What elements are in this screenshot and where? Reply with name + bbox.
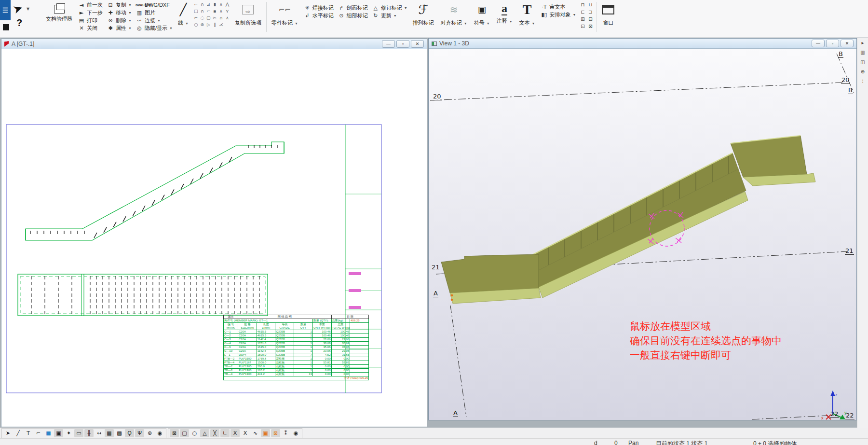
tool-icon[interactable]: ⊏: [579, 9, 586, 16]
toggle-button[interactable]: Ψ: [135, 429, 144, 437]
dropdown-caret-icon[interactable]: ▼: [128, 19, 132, 22]
drawing-canvas[interactable]: 版次图 纸 说 明日 期构件号 (MEMBER MARK): GT—1数量 (Q…: [1, 49, 427, 427]
select-cursor-caret-icon[interactable]: ▼: [27, 7, 29, 11]
help-icon[interactable]: ?: [16, 17, 22, 28]
annotation-button[interactable]: a 注释▼: [493, 0, 516, 27]
tool-icon[interactable]: ⋀: [224, 2, 231, 9]
tool-icon[interactable]: ✂: [212, 15, 218, 22]
symbol-button[interactable]: ▣ 符号▼: [471, 0, 493, 28]
line-tool-button[interactable]: ╱ 线▼: [175, 0, 192, 28]
close-button[interactable]: ✕: [411, 40, 424, 48]
tool-icon[interactable]: ⋎: [224, 9, 231, 15]
tool-icon[interactable]: ⋌: [218, 22, 224, 29]
window-button[interactable]: 窗口: [598, 0, 618, 28]
toggle-button[interactable]: ╳: [210, 429, 219, 437]
ribbon-item-DWG/DXF[interactable]: DWG DXFDWG/DXF: [136, 1, 173, 9]
toggle-button[interactable]: Ϙ: [125, 429, 134, 437]
side-tool-icon[interactable]: ◫: [860, 59, 865, 65]
right-side-toolbar[interactable]: ▸▥◫⊕⁝: [857, 38, 868, 428]
toggle-button[interactable]: ⁑: [281, 429, 290, 437]
ribbon-item-属性[interactable]: ✱属性▼: [107, 24, 132, 32]
dropdown-caret-icon[interactable]: ▼: [128, 3, 132, 7]
toggle-button[interactable]: ∿: [251, 429, 260, 437]
drawing-window-titlebar[interactable]: A [GT-.1] — ▫ ✕: [1, 39, 427, 49]
ribbon-item-前一次[interactable]: ◄前一次: [78, 1, 103, 9]
toggle-button[interactable]: ▣: [261, 429, 270, 437]
tool-icon[interactable]: ∩: [218, 15, 224, 22]
toggle-button[interactable]: ➤: [3, 429, 13, 437]
side-tool-icon[interactable]: ⊕: [861, 69, 865, 74]
toggle-button[interactable]: ⊠: [170, 429, 179, 437]
side-tool-icon[interactable]: ▥: [860, 50, 865, 55]
toggle-button[interactable]: ↔: [95, 429, 104, 437]
ribbon-item-删除[interactable]: ⊗删除▼: [107, 16, 132, 24]
toggle-button[interactable]: ▢: [180, 429, 189, 437]
toggle-button[interactable]: X: [241, 429, 250, 437]
tool-icon[interactable]: ▮: [212, 2, 218, 9]
document-manager-button[interactable]: 文档管理器: [42, 0, 76, 25]
tool-icon[interactable]: ◌: [199, 15, 205, 22]
side-tool-icon[interactable]: ▸: [861, 40, 864, 45]
tool-icon[interactable]: ∧: [218, 9, 224, 15]
tool-icon[interactable]: ⊠: [586, 24, 594, 31]
mark-layout-mini-icons[interactable]: ⊓⊔⊏⊐⊞⊟⊡⊠: [578, 0, 595, 33]
toggle-button[interactable]: ■: [44, 429, 53, 437]
ribbon-item-剖面标记[interactable]: ↱剖面标记: [338, 4, 368, 12]
toggle-button[interactable]: ▦: [105, 429, 114, 437]
toggle-button[interactable]: T: [24, 429, 33, 437]
dropdown-caret-icon[interactable]: ▼: [573, 13, 576, 16]
toggle-button[interactable]: ⊠: [271, 429, 280, 437]
dropdown-caret-icon[interactable]: ▼: [157, 19, 161, 22]
tool-icon[interactable]: ▢: [205, 15, 212, 22]
model-3d-canvas[interactable]: zyx B 20 B 20 21 21 A A 22 22 鼠标放在模型区域 确…: [429, 49, 856, 420]
dropdown-caret-icon[interactable]: ▼: [128, 27, 132, 30]
toggle-button[interactable]: ⊛: [145, 429, 154, 437]
text-button[interactable]: T 文本▼: [516, 0, 539, 28]
ribbon-item-焊接标记[interactable]: ✳焊接标记: [303, 4, 334, 12]
toggle-button[interactable]: ○: [190, 429, 199, 437]
model-window-titlebar[interactable]: View 1 - 3D — ▫ ✕: [429, 39, 856, 49]
dropdown-caret-icon[interactable]: ▼: [404, 6, 407, 10]
toggle-button[interactable]: ╱: [14, 429, 23, 437]
dropdown-caret-icon[interactable]: ▼: [128, 11, 132, 14]
tool-icon[interactable]: ▪: [212, 9, 218, 15]
toggle-button[interactable]: ✦: [64, 429, 73, 437]
restore-button[interactable]: ▫: [826, 40, 839, 47]
toggle-button[interactable]: ▩: [115, 429, 124, 437]
tool-icon[interactable]: ∩: [199, 2, 205, 9]
close-button[interactable]: ✕: [841, 40, 854, 47]
ribbon-item-安排对象[interactable]: ▮▯安排对象▼: [541, 11, 576, 18]
side-tool-icon[interactable]: ⁝: [862, 79, 863, 84]
ribbon-item-打印[interactable]: ▤打印: [78, 16, 103, 24]
sketch-shape-icons[interactable]: ⌐∩⊿▮∧⋀□∩⌐▪∧⋎⌐◌▢✂∩⋏○⊕▷∥⋌: [192, 0, 231, 31]
minimize-button[interactable]: —: [382, 40, 395, 48]
ribbon-item-关闭[interactable]: ✕关闭: [78, 24, 103, 32]
restore-button[interactable]: ▫: [396, 40, 409, 48]
tool-icon[interactable]: ⊕: [199, 22, 205, 29]
ribbon-item-图片[interactable]: ▥图片: [136, 9, 173, 16]
ribbon-item-复制[interactable]: ⊡复制▼: [107, 1, 132, 9]
toggle-button[interactable]: ◉: [155, 429, 164, 437]
tool-icon[interactable]: ∩: [199, 9, 205, 15]
minimize-button[interactable]: —: [812, 40, 825, 47]
part-mark-button[interactable]: ⌐⌐ 零件标记▼: [268, 0, 301, 28]
align-mark-button[interactable]: ≋ 对齐标记▼: [437, 0, 471, 28]
tool-icon[interactable]: ⊿: [205, 2, 212, 9]
tool-icon[interactable]: ○: [193, 22, 199, 29]
tool-icon[interactable]: ⌐: [193, 15, 199, 22]
toggle-button[interactable]: ∟: [220, 429, 230, 437]
tool-icon[interactable]: ⊓: [579, 2, 586, 9]
tool-icon[interactable]: ⌐: [193, 2, 199, 9]
tool-icon[interactable]: ⊡: [579, 24, 586, 31]
menu-icon[interactable]: ☰: [0, 0, 11, 20]
dropdown-caret-icon[interactable]: ▼: [393, 14, 397, 17]
arrange-mark-button[interactable]: ℱ 排列标记: [409, 0, 437, 28]
copy-selected-button[interactable]: ⇨ 复制所选项: [231, 0, 265, 28]
ribbon-item-下一步[interactable]: ►下一步: [78, 9, 103, 16]
toggle-button[interactable]: ⌐: [34, 429, 43, 437]
ribbon-item-细部标记[interactable]: ⊙细部标记: [338, 12, 368, 19]
tool-icon[interactable]: ⊟: [586, 16, 594, 24]
tool-icon[interactable]: □: [193, 9, 199, 15]
ribbon-item-连接[interactable]: ∾连接▼: [136, 16, 173, 24]
toggle-button[interactable]: ▭: [74, 429, 83, 437]
